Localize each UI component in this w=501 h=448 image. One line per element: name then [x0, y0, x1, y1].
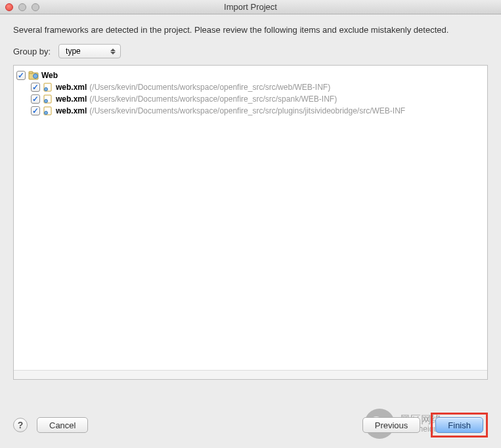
tree-item-checkbox[interactable]: ✓ — [31, 94, 40, 104]
zoom-window-button[interactable] — [32, 3, 39, 11]
xml-file-icon — [43, 83, 53, 92]
svg-point-2 — [33, 74, 38, 79]
titlebar: Import Project — [0, 0, 501, 14]
tree-item-row[interactable]: ✓ web.xml (/Users/kevin/Documents/worksp… — [16, 93, 485, 105]
svg-rect-1 — [29, 71, 33, 73]
tree-item-name: web.xml — [56, 93, 87, 105]
minimize-window-button[interactable] — [18, 3, 26, 11]
finish-button[interactable]: Finish — [435, 417, 483, 433]
tree-root-checkbox[interactable]: ✓ — [16, 71, 26, 80]
group-by-row: Group by: type — [13, 44, 488, 58]
tree-item-checkbox[interactable]: ✓ — [31, 83, 40, 92]
tree-item-path: (/Users/kevin/Documents/workspace/openfi… — [89, 105, 405, 117]
content-area: Several frameworks are detected in the p… — [0, 14, 501, 380]
tree-item-path: (/Users/kevin/Documents/workspace/openfi… — [89, 81, 330, 93]
xml-file-icon — [43, 94, 53, 104]
tree-item-name: web.xml — [56, 105, 87, 117]
finish-button-highlight: Finish — [431, 413, 488, 438]
tree-item-name: web.xml — [56, 81, 87, 93]
tree-item-row[interactable]: ✓ web.xml (/Users/kevin/Documents/worksp… — [16, 105, 485, 117]
svg-point-8 — [45, 112, 48, 115]
group-by-select-wrap: type — [58, 44, 121, 58]
previous-button[interactable]: Previous — [362, 417, 421, 433]
help-button[interactable]: ? — [13, 418, 28, 432]
xml-file-icon — [43, 106, 53, 115]
svg-point-4 — [45, 88, 48, 91]
web-folder-icon — [28, 71, 39, 80]
horizontal-scrollbar[interactable] — [14, 370, 487, 379]
tree-item-checkbox[interactable]: ✓ — [31, 106, 40, 115]
svg-point-6 — [45, 100, 48, 103]
window-title: Import Project — [5, 2, 496, 12]
group-by-label: Group by: — [13, 47, 51, 56]
description-text: Several frameworks are detected in the p… — [13, 25, 488, 35]
tree-root-label: Web — [41, 70, 58, 81]
cancel-button[interactable]: Cancel — [37, 417, 88, 433]
tree-item-row[interactable]: ✓ web.xml (/Users/kevin/Documents/worksp… — [16, 81, 485, 93]
tree-item-path: (/Users/kevin/Documents/workspace/openfi… — [89, 93, 337, 105]
tree-root-row[interactable]: ✓ Web — [16, 70, 485, 81]
window-controls — [5, 3, 39, 11]
group-by-select[interactable]: type — [58, 44, 121, 58]
frameworks-tree[interactable]: ✓ Web ✓ web.xml (/Users/kevin/Documents/… — [13, 65, 488, 380]
close-window-button[interactable] — [5, 3, 13, 11]
footer: ? Cancel Previous Finish — [0, 405, 501, 448]
